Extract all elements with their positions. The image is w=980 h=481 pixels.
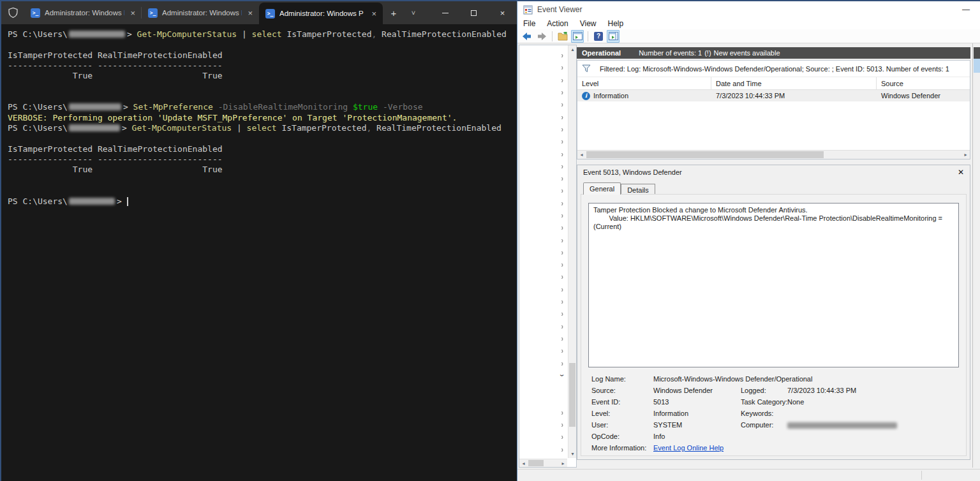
terminal-output[interactable]: PS C:\Users\> Get-MpComputerStatus | sel… [1, 24, 517, 481]
tree-expand-icon[interactable]: › [561, 124, 563, 134]
menu-view[interactable]: View [574, 19, 602, 28]
tree-item[interactable]: › [519, 307, 567, 320]
tree-item[interactable]: › [519, 135, 567, 147]
tree-item[interactable]: › [519, 209, 567, 221]
tree-item[interactable]: › [519, 295, 567, 307]
tree-expand-icon[interactable]: › [561, 137, 563, 146]
tree-item[interactable]: › [519, 283, 567, 295]
close-button[interactable]: × [488, 1, 517, 24]
tree-item[interactable]: › [519, 160, 567, 172]
event-viewer-title-bar[interactable]: Event Viewer — [517, 1, 980, 18]
event-row[interactable]: i Information 7/3/2023 10:44:33 PM Windo… [577, 90, 970, 101]
tree-expand-icon[interactable]: › [561, 75, 563, 85]
scrollbar-thumb[interactable] [528, 460, 544, 466]
scroll-up-icon[interactable]: ▴ [568, 45, 577, 54]
tree-item[interactable]: › [519, 98, 567, 110]
tree-item[interactable]: › [519, 270, 567, 283]
tree-expand-icon[interactable]: › [561, 50, 563, 60]
tree-expand-icon[interactable]: › [561, 211, 563, 220]
show-console-tree-button[interactable] [571, 30, 584, 43]
tree-expand-icon[interactable]: › [561, 432, 563, 441]
tree-expand-icon[interactable]: › [561, 309, 563, 318]
minimize-button[interactable] [431, 1, 459, 24]
tree-item[interactable]: › [519, 246, 567, 258]
forward-button[interactable] [535, 30, 548, 43]
terminal-tab-1[interactable]: >_ Administrator: Windows Pc × [24, 1, 142, 24]
tree-expand-icon[interactable]: › [561, 359, 563, 368]
scroll-left-icon[interactable]: ◂ [519, 459, 528, 468]
tree-item[interactable]: › [519, 431, 567, 443]
tree-item[interactable]: › [519, 49, 567, 61]
tree-expand-icon[interactable]: › [561, 100, 563, 109]
terminal-tab-3-active[interactable]: >_ Administrator: Windows P × [259, 3, 383, 24]
tree-collapse-icon[interactable]: › [557, 374, 567, 376]
tab-close-icon[interactable]: × [370, 10, 378, 18]
tree-expand-icon[interactable]: › [561, 235, 563, 245]
show-action-pane-button[interactable] [607, 30, 620, 43]
tree-expand-icon[interactable]: › [561, 87, 563, 97]
scroll-left-icon[interactable]: ◂ [577, 151, 586, 159]
tree-expand-icon[interactable]: › [561, 334, 563, 343]
tree-item[interactable]: › [519, 61, 567, 73]
tree-item[interactable]: › [519, 123, 567, 135]
tree-item[interactable]: › [519, 147, 567, 159]
tree-expand-icon[interactable]: › [561, 272, 563, 281]
open-saved-log-button[interactable] [556, 30, 569, 43]
tree-item[interactable]: › [519, 344, 567, 357]
tree-expand-icon[interactable]: › [561, 186, 563, 195]
tree-item[interactable]: › [519, 221, 567, 233]
event-log-online-help-link[interactable]: Event Log Online Help [653, 442, 724, 454]
tree-expand-icon[interactable]: › [561, 322, 563, 331]
tree-expand-icon[interactable]: › [561, 161, 563, 171]
scroll-right-icon[interactable]: ▸ [559, 459, 567, 468]
event-message-box[interactable]: Tamper Protection Blocked a change to Mi… [588, 203, 959, 367]
tree-horizontal-scrollbar[interactable]: ◂ ▸ [519, 459, 567, 467]
tree-item[interactable]: › [519, 197, 567, 209]
tree-expand-icon[interactable]: › [561, 445, 563, 454]
detail-close-icon[interactable]: ✕ [958, 168, 964, 177]
tab-close-icon[interactable]: × [246, 9, 254, 17]
scrollbar-thumb[interactable] [569, 363, 575, 427]
tree-item[interactable]: › [519, 332, 567, 344]
scroll-down-icon[interactable]: ▾ [568, 450, 577, 458]
new-tab-button[interactable]: + [383, 1, 405, 24]
tree-item[interactable]: › [519, 233, 567, 246]
tree-vertical-scrollbar[interactable]: ▴ ▾ [568, 45, 576, 458]
tree-item[interactable]: › [519, 74, 567, 86]
scroll-right-icon[interactable]: ▸ [961, 151, 970, 159]
tree-expand-icon[interactable]: › [561, 149, 563, 159]
tree-expand-icon[interactable]: › [561, 112, 563, 122]
tree-expand-icon[interactable]: › [561, 248, 563, 257]
terminal-tab-2[interactable]: >_ Administrator: Windows Pc × [142, 1, 259, 24]
tree-expand-icon[interactable]: › [561, 420, 563, 429]
tree-expand-icon[interactable]: › [561, 198, 563, 208]
help-button[interactable]: ? [592, 30, 605, 43]
tree-expand-icon[interactable]: › [561, 223, 563, 232]
tree-expand-icon[interactable]: › [561, 346, 563, 355]
tree-item[interactable]: › [519, 258, 567, 270]
tree-expand-icon[interactable]: › [561, 260, 563, 269]
tab-details[interactable]: Details [621, 184, 655, 195]
list-horizontal-scrollbar[interactable]: ◂ ▸ [577, 150, 970, 159]
back-button[interactable] [521, 30, 533, 43]
menu-file[interactable]: File [517, 19, 541, 28]
tree-expand-icon[interactable]: › [561, 297, 563, 306]
tab-dropdown-button[interactable]: ˅ [405, 1, 422, 24]
tree-expand-icon[interactable]: › [561, 408, 563, 417]
tree-item[interactable]: › [519, 418, 567, 431]
tree-expand-icon[interactable]: › [561, 285, 563, 294]
column-source[interactable]: Source [877, 77, 970, 89]
menu-help[interactable]: Help [602, 19, 630, 28]
tree-item[interactable]: › [519, 172, 567, 184]
tree-item[interactable]: › [519, 369, 567, 381]
tab-general[interactable]: General [583, 182, 621, 195]
tree-item[interactable]: › [519, 86, 567, 98]
column-level[interactable]: Level [577, 77, 711, 89]
tab-close-icon[interactable]: × [129, 9, 137, 17]
tree-item[interactable]: › [519, 184, 567, 196]
scrollbar-thumb[interactable] [586, 151, 824, 158]
tree-item[interactable]: › [519, 320, 567, 332]
maximize-button[interactable] [459, 1, 488, 24]
ev-minimize-button[interactable]: — [958, 5, 974, 14]
column-date[interactable]: Date and Time [711, 77, 877, 89]
